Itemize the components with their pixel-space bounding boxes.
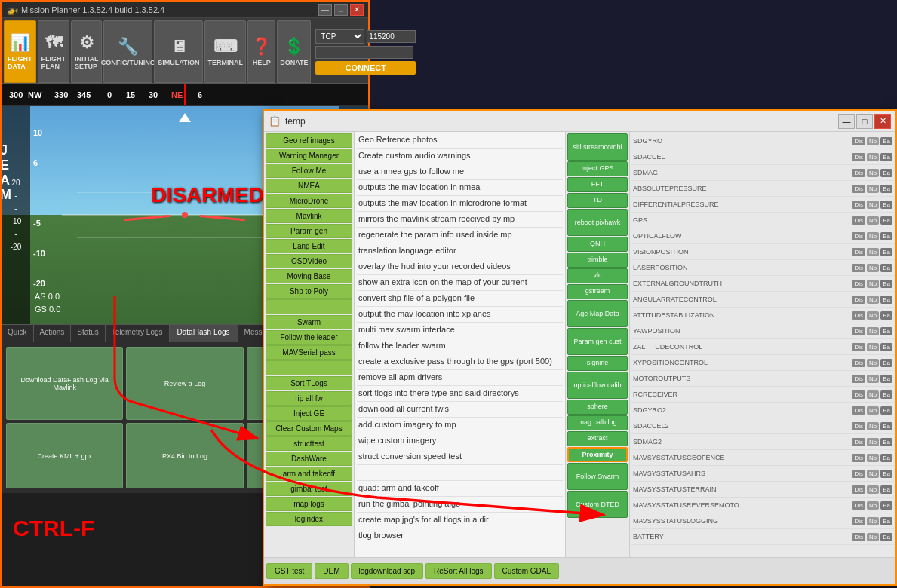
connection-area: TCP CONNECT — [312, 20, 419, 83]
sdgyro-dis[interactable]: Dis — [852, 137, 865, 145]
tab-dataflash-logs[interactable]: DataFlash Logs — [170, 325, 238, 342]
desc-map-logs: create map jpg's for all tlogs in a dir — [357, 513, 563, 528]
sdaccel-dis[interactable]: Dis — [852, 153, 865, 161]
btn-follow-swarm[interactable]: Follow Swarm — [567, 463, 628, 490]
left-button-column: Geo ref images Warning Manager Follow Me… — [264, 132, 355, 557]
sdgyro-no[interactable]: No — [867, 137, 879, 145]
btn-microdrone[interactable]: MicroDrone — [266, 194, 352, 208]
btn-lang-edit[interactable]: Lang Edit — [266, 239, 352, 253]
tab-status[interactable]: Status — [71, 325, 105, 342]
btn-gstream[interactable]: gstream — [567, 284, 628, 299]
btn-map-logs[interactable]: map logs — [266, 497, 352, 511]
nav-help[interactable]: ❓ HELP — [247, 20, 275, 83]
btn-logdownload[interactable]: logdownload scp — [351, 563, 424, 579]
sdmag-dis[interactable]: Dis — [852, 169, 865, 177]
btn-geo-ref[interactable]: Geo ref images — [266, 133, 352, 148]
btn-arm-takeoff[interactable]: arm and takeoff — [266, 467, 352, 481]
desc-geo-ref: Geo Refrence photos — [357, 133, 563, 149]
px4-bin-btn[interactable]: PX4 Bin to Log — [126, 423, 243, 488]
dialog-bottom-bar: GST test DEM logdownload scp ReSort All … — [264, 557, 895, 584]
nav-initial-setup[interactable]: ⚙ INITIAL SETUP — [71, 20, 102, 83]
btn-structtest[interactable]: structtest — [266, 436, 352, 451]
btn-sitl-streamcombi[interactable]: sitl streamcombi — [567, 133, 628, 161]
sdmag-ba[interactable]: Ba — [880, 169, 892, 177]
btn-opticalflow[interactable]: opticalflow calib — [567, 372, 628, 399]
close-btn[interactable]: ✕ — [350, 4, 364, 16]
port-detail-input[interactable] — [315, 46, 413, 59]
review-log-btn[interactable]: Review a Log — [126, 347, 243, 420]
btn-proximity[interactable]: Proximity — [567, 447, 628, 462]
btn-gst-test[interactable]: GST test — [266, 563, 312, 579]
restore-btn[interactable]: □ — [334, 4, 348, 16]
nav-flight-data[interactable]: 📊 FLIGHT DATA — [4, 20, 36, 83]
connect-button[interactable]: CONNECT — [315, 61, 416, 75]
tab-quick[interactable]: Quick — [2, 325, 34, 342]
sdaccel-ba[interactable]: Ba — [880, 153, 892, 161]
btn-gimbal[interactable]: gimbal test — [266, 482, 352, 496]
download-btn[interactable]: Download DataFlash Log Via Mavlink — [6, 347, 123, 420]
nav-simulation[interactable]: 🖥 SIMULATION — [154, 20, 203, 83]
btn-fft[interactable]: FFT — [567, 177, 628, 192]
sdmag-no[interactable]: No — [867, 169, 879, 177]
dialog-close-btn[interactable]: ✕ — [874, 114, 891, 129]
btn-signine[interactable]: signine — [567, 356, 628, 371]
btn-shp-to-poly[interactable]: Shp to Poly — [266, 284, 352, 299]
btn-dem[interactable]: DEM — [315, 563, 348, 579]
desc-param-gen: regenerate the param info used inside mp — [357, 228, 563, 243]
btn-follow-me[interactable]: Follow Me — [266, 164, 352, 178]
btn-nmea[interactable]: NMEA — [266, 179, 352, 193]
mp-titlebar: 🚁 Mission Planner 1.3.52.4 build 1.3.52.… — [2, 2, 368, 18]
btn-reboot-pixhawk[interactable]: reboot pixhawk — [567, 209, 628, 236]
btn-blank2 — [266, 360, 352, 375]
btn-vlc[interactable]: vlc — [567, 268, 628, 283]
btn-sort-tlogs[interactable]: Sort TLogs — [266, 376, 352, 390]
nav-config-tuning[interactable]: 🔧 CONFIG/TUNING — [103, 20, 152, 83]
btn-resort-logs[interactable]: ReSort All logs — [425, 563, 492, 579]
btn-extract[interactable]: extract — [567, 431, 628, 446]
dialog-titlebar: 📋 temp — □ ✕ — [264, 111, 895, 132]
btn-clear-maps[interactable]: Clear Custom Maps — [266, 421, 352, 436]
btn-follow-leader[interactable]: Follow the leader — [266, 330, 352, 345]
btn-inject-ge[interactable]: Inject GE — [266, 406, 352, 421]
btn-inject-gps[interactable]: Inject GPS — [567, 161, 628, 176]
btn-param-gen-cust[interactable]: Param gen cust — [567, 328, 628, 355]
create-kml-btn[interactable]: Create KML + gpx — [6, 423, 123, 488]
status-gps: GPS Dis No Ba — [631, 213, 894, 228]
btn-mag-calb[interactable]: mag calb log — [567, 415, 628, 430]
btn-qnh[interactable]: QNH — [567, 237, 628, 252]
btn-moving-base[interactable]: Moving Base — [266, 269, 352, 283]
btn-swarm[interactable]: Swarm — [266, 315, 352, 329]
btn-mavlink[interactable]: Mavlink — [266, 209, 352, 223]
mp-app-icon: 🚁 — [6, 4, 18, 15]
btn-custom-dted[interactable]: Custom DTED — [567, 491, 628, 518]
compass-nw: 300 — [9, 90, 23, 100]
btn-dashware[interactable]: DashWare — [266, 452, 352, 466]
port-select[interactable]: TCP — [315, 29, 364, 44]
btn-param-gen[interactable]: Param gen — [266, 224, 352, 238]
tab-telemetry-logs[interactable]: Telemetry Logs — [106, 325, 170, 342]
desc-xplanes: output the mav location into xplanes — [357, 307, 563, 323]
btn-sphere[interactable]: sphere — [567, 400, 628, 415]
btn-td[interactable]: TD — [567, 193, 628, 208]
minimize-btn[interactable]: — — [318, 4, 332, 16]
btn-age-map[interactable]: Age Map Data — [567, 300, 628, 327]
dialog-maximize-btn[interactable]: □ — [856, 114, 873, 129]
sdaccel-no[interactable]: No — [867, 153, 879, 161]
btn-osd-video[interactable]: OSDVideo — [266, 254, 352, 268]
nav-donate[interactable]: 💲 DONATE — [277, 20, 311, 83]
dialog-minimize-btn[interactable]: — — [838, 114, 855, 129]
sim-icon: 🖥 — [170, 37, 187, 57]
nav-flight-plan[interactable]: 🗺 FLIGHT PLAN — [38, 20, 70, 83]
btn-rip-fw[interactable]: rip all fw — [266, 391, 352, 406]
btn-custom-gdal[interactable]: Custom GDAL — [494, 563, 559, 579]
btn-logindex[interactable]: logindex — [266, 512, 352, 526]
btn-mavserial[interactable]: MAVSerial pass — [266, 345, 352, 360]
btn-warning-mgr[interactable]: Warning Manager — [266, 149, 352, 163]
sdgyro-ba[interactable]: Ba — [880, 137, 892, 145]
baud-input[interactable] — [367, 30, 416, 43]
tab-actions[interactable]: Actions — [34, 325, 72, 342]
btn-trimble[interactable]: trimble — [567, 253, 628, 268]
status-attitude-stab: ATTITUDESTABILIZATION Dis No Ba — [631, 308, 894, 323]
status-rcreceiver: RCRECEIVER Dis No Ba — [631, 387, 894, 403]
nav-terminal[interactable]: ⌨ TERMINAL — [204, 20, 246, 83]
